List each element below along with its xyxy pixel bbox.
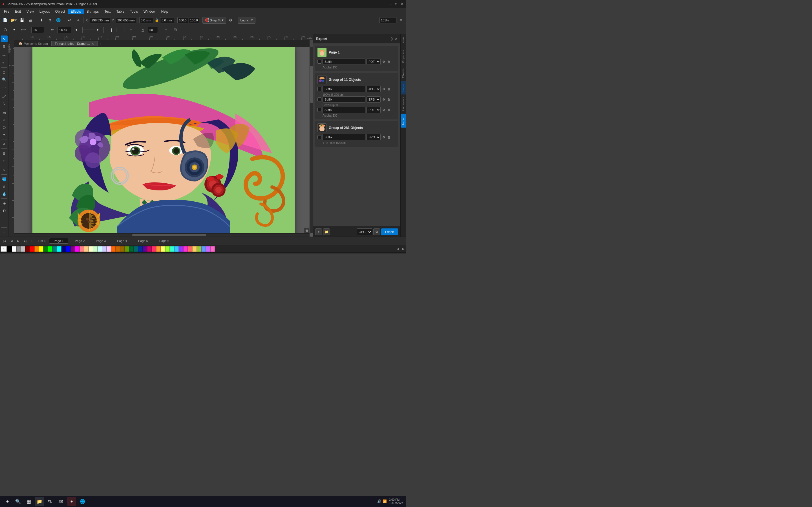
swatch-hot-pink[interactable] — [152, 246, 156, 252]
pen-tool[interactable]: 🖊 — [1, 93, 8, 100]
export-execute-btn[interactable]: Export — [381, 228, 398, 235]
grid-btn[interactable]: ⊞ — [171, 26, 179, 34]
dash-dropdown[interactable]: ▾ — [94, 26, 101, 34]
page1-pdf-delete[interactable]: 🗑 — [387, 59, 391, 65]
swatch-green[interactable] — [43, 246, 48, 252]
swatch-yellow[interactable] — [39, 246, 43, 252]
swatch-pink2[interactable] — [210, 246, 215, 252]
pen-size-input[interactable] — [57, 27, 71, 33]
swatch-forest[interactable] — [129, 246, 134, 252]
page-tab-2[interactable]: Page 2 — [70, 238, 89, 244]
swatch-aqua[interactable] — [170, 246, 174, 252]
snap-to-btn[interactable]: 🧲 Snap To ▾ — [202, 17, 226, 24]
import-btn[interactable]: ⬇ — [38, 17, 45, 24]
publish-btn[interactable]: 🖨 — [27, 17, 35, 24]
group281-svg-more[interactable]: ⋯ — [392, 134, 396, 140]
canvas-area[interactable]: // Ruler ticks rendered inline 130 140 1… — [8, 34, 313, 237]
page-tab-5[interactable]: Page 5 — [133, 238, 153, 244]
group281-svg-delete[interactable]: 🗑 — [387, 134, 391, 140]
swatch-salmon[interactable] — [188, 246, 192, 252]
side-tab-pages[interactable]: Pages — [401, 81, 406, 94]
canvas-background[interactable] — [14, 47, 313, 237]
text-tool[interactable]: A — [1, 140, 8, 147]
swatch-navy[interactable] — [61, 246, 66, 252]
horizontal-scrollbar[interactable] — [14, 233, 310, 237]
swatch-violet[interactable] — [143, 246, 147, 252]
add-page-btn[interactable]: + — [1, 229, 8, 235]
zoom-fit-btn[interactable]: ⊞ — [304, 228, 310, 233]
hscroll-thumb[interactable] — [132, 234, 206, 236]
save-btn[interactable]: 💾 — [18, 17, 26, 24]
table-tool[interactable]: ⊞ — [1, 150, 8, 157]
connector-tool[interactable]: ⤷ — [1, 166, 8, 173]
menu-table[interactable]: Table — [113, 9, 127, 14]
side-tab-export[interactable]: Export — [401, 114, 406, 128]
publish-web-btn[interactable]: 🌐 — [54, 17, 62, 24]
side-tab-learn[interactable]: Learn — [401, 34, 406, 47]
crop-tool[interactable]: ⊡ — [1, 69, 8, 75]
group11-eps-suffix[interactable] — [322, 96, 365, 103]
group11-eps-checkbox[interactable] — [317, 98, 321, 101]
document-tab[interactable]: Firman Hatibu - Dragon... ✕ — [51, 41, 98, 46]
palette-next[interactable]: ▶ — [401, 246, 406, 251]
swatch-gray[interactable] — [16, 246, 21, 252]
page1-pdf-suffix[interactable] — [322, 59, 365, 65]
page-tab-3[interactable]: Page 3 — [91, 238, 110, 244]
swatch-cream[interactable] — [89, 246, 93, 252]
swatch-sky[interactable] — [98, 246, 102, 252]
calligraph-tool[interactable]: ∿ — [1, 100, 8, 107]
group281-svg-suffix[interactable] — [322, 134, 365, 140]
curve-tool[interactable]: ⌒ — [1, 86, 8, 92]
swatch-purple[interactable] — [70, 246, 75, 252]
maximize-btn[interactable]: □ — [394, 2, 398, 6]
y-input[interactable] — [116, 17, 136, 23]
group11-pdf-suffix[interactable] — [322, 107, 365, 113]
swatch-red[interactable] — [30, 246, 35, 252]
interactive-tool[interactable]: ◈ — [1, 200, 8, 207]
polygon-tool[interactable]: ⬡ — [1, 124, 8, 131]
swatch-blue[interactable] — [66, 246, 70, 252]
vscroll-thumb[interactable] — [310, 66, 313, 103]
page1-pdf-format[interactable]: PDFJPGPNGEPSSVG — [366, 59, 380, 65]
swatch-lavender[interactable] — [102, 246, 107, 252]
angle-input[interactable] — [31, 27, 44, 33]
line-end[interactable]: |— — [115, 26, 123, 34]
export-btn-tb[interactable]: ⬆ — [46, 17, 54, 24]
swatch-pink[interactable] — [80, 246, 84, 252]
menu-edit[interactable]: Edit — [12, 9, 24, 14]
side-tab-properties[interactable]: Properties — [401, 47, 406, 66]
w-input[interactable] — [139, 17, 153, 23]
menu-help[interactable]: Help — [158, 9, 171, 14]
swatch-peach[interactable] — [84, 246, 89, 252]
group11-pdf-settings[interactable]: ⚙ — [382, 107, 386, 113]
group11-pdf-checkbox[interactable] — [317, 108, 321, 112]
undo-btn[interactable]: ↩ — [65, 17, 73, 24]
expand-icon[interactable]: ⟫ — [391, 37, 393, 41]
menu-effects[interactable]: Effects — [68, 9, 84, 14]
swatch-amber[interactable] — [156, 246, 161, 252]
menu-bitmaps[interactable]: Bitmaps — [84, 9, 101, 14]
group11-eps-more[interactable]: ⋯ — [392, 96, 396, 103]
page-first-btn[interactable]: |◀ — [2, 238, 7, 243]
new-btn[interactable]: 📄 — [1, 17, 9, 24]
open-dropdown[interactable]: 📂▾ — [10, 17, 17, 24]
menu-object[interactable]: Object — [52, 9, 68, 14]
zoom-dropdown[interactable]: ▾ — [397, 17, 405, 24]
menu-view[interactable]: View — [24, 9, 37, 14]
smart-fill-tool[interactable]: ⊕ — [1, 183, 8, 190]
page-tab-6[interactable]: Page 6 — [154, 238, 174, 244]
close-btn[interactable]: ✕ — [400, 2, 404, 6]
swatch-olive[interactable] — [120, 246, 124, 252]
group11-jpg-more[interactable]: ⋯ — [392, 86, 396, 92]
menu-tools[interactable]: Tools — [127, 9, 141, 14]
ellipse-tool[interactable]: ○ — [1, 117, 8, 123]
swatch-cornflower[interactable] — [174, 246, 179, 252]
close-export-btn[interactable]: ✕ — [395, 37, 398, 41]
side-tab-comments[interactable]: Comments — [401, 94, 406, 114]
page-prev-btn[interactable]: ◀ — [9, 238, 14, 243]
swatch-dark-teal[interactable] — [134, 246, 138, 252]
h-input[interactable] — [160, 17, 174, 23]
swatch-fuchsia[interactable] — [183, 246, 188, 252]
group11-eps-delete[interactable]: 🗑 — [387, 96, 391, 103]
swatch-silver[interactable] — [21, 246, 26, 252]
